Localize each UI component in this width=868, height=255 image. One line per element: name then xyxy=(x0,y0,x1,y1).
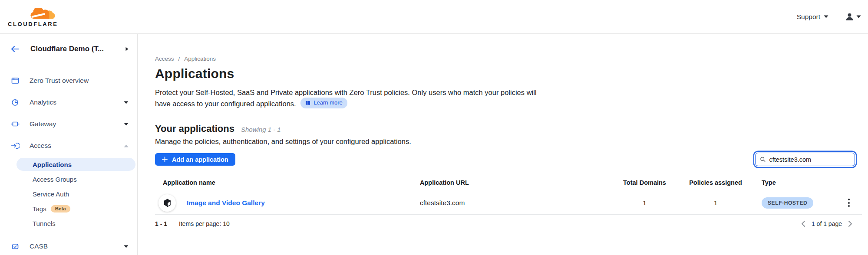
login-arrow-icon xyxy=(11,141,20,150)
showing-count: Showing 1 - 1 xyxy=(241,126,281,133)
page-description: Protect your Self-Hosted, SaaS and Priva… xyxy=(155,88,541,109)
page-title: Applications xyxy=(155,66,868,81)
applications-table: Application name Application URL Total D… xyxy=(155,175,862,215)
row-actions-kebab-icon[interactable] xyxy=(848,199,862,207)
account-name: Cloudflare Demo (T... xyxy=(30,45,104,53)
cloudflare-wordmark: CLOUDFLARE xyxy=(8,21,66,27)
pagination-bar: 1 - 1 Items per page: 10 1 of 1 page xyxy=(155,219,862,228)
pagination-right: 1 of 1 page xyxy=(801,220,862,227)
pie-chart-icon xyxy=(11,98,20,107)
table-row: Image and Video Gallery cftestsite3.com … xyxy=(155,191,862,215)
table-header-row: Application name Application URL Total D… xyxy=(155,175,862,191)
top-header: CLOUDFLARE Support xyxy=(0,0,868,34)
policies-assigned-cell: 1 xyxy=(670,199,762,207)
chevron-down-icon xyxy=(124,101,129,104)
sidebar-item-label: Zero Trust overview xyxy=(30,77,89,85)
header-actions: Support xyxy=(797,12,864,21)
breadcrumb-separator: / xyxy=(178,56,180,62)
breadcrumb: Access / Applications xyxy=(155,56,868,62)
column-total-domains: Total Domains xyxy=(620,179,670,186)
sidebar-item-access[interactable]: Access xyxy=(0,135,137,157)
book-icon xyxy=(305,101,311,106)
section-header: Your applications Showing 1 - 1 xyxy=(155,123,868,134)
chevron-right-icon xyxy=(125,47,129,51)
user-account-menu[interactable] xyxy=(845,12,861,21)
sidebar-item-access-groups[interactable]: Access Groups xyxy=(17,173,135,186)
page-status: 1 of 1 page xyxy=(812,220,842,227)
main-content: Access / Applications Applications Prote… xyxy=(138,34,868,255)
cloudflare-cloud-icon xyxy=(30,8,56,21)
pagination-left: 1 - 1 Items per page: 10 xyxy=(155,219,230,228)
sidebar-item-analytics[interactable]: Analytics xyxy=(0,92,137,113)
column-type: Type xyxy=(762,179,842,186)
pagination-divider xyxy=(173,219,173,228)
application-url-cell: cftestsite3.com xyxy=(420,199,620,207)
chevron-down-icon xyxy=(124,245,129,248)
sidebar-subitem-label: Applications xyxy=(33,161,72,168)
items-per-page-selector[interactable]: Items per page: 10 xyxy=(179,220,230,227)
type-cell: SELF-HOSTED xyxy=(762,197,842,209)
access-submenu: Applications Access Groups Service Auth … xyxy=(0,158,137,230)
support-menu[interactable]: Support xyxy=(797,13,828,21)
application-search xyxy=(755,153,855,166)
learn-more-label: Learn more xyxy=(314,99,342,107)
sidebar-subitem-label: Tunnels xyxy=(33,220,56,227)
sidebar-subitem-label: Access Groups xyxy=(33,176,77,183)
search-icon xyxy=(760,156,766,163)
sidebar-item-tags[interactable]: Tags Beta xyxy=(17,202,135,215)
beta-badge: Beta xyxy=(51,205,70,212)
application-name-cell: Image and Video Gallery xyxy=(155,194,420,212)
sidebar: Cloudflare Demo (T... Zero Trust overvie… xyxy=(0,34,138,255)
application-link[interactable]: Image and Video Gallery xyxy=(187,199,265,207)
total-domains-cell: 1 xyxy=(620,199,670,207)
section-subtitle: Manage the policies, authentication, and… xyxy=(155,137,868,146)
sidebar-item-gateway[interactable]: Gateway xyxy=(0,113,137,135)
add-application-label: Add an application xyxy=(172,156,228,163)
column-application-url: Application URL xyxy=(420,179,620,186)
sidebar-nav: Zero Trust overview Analytics xyxy=(0,64,137,255)
sidebar-item-casb[interactable]: CASB xyxy=(0,235,137,255)
column-application-name: Application name xyxy=(155,179,420,186)
sidebar-item-tunnels[interactable]: Tunnels xyxy=(17,217,135,230)
chevron-down-icon xyxy=(124,123,129,126)
column-policies-assigned: Policies assigned xyxy=(670,179,762,186)
breadcrumb-access[interactable]: Access xyxy=(155,56,174,62)
application-cube-icon xyxy=(158,194,176,212)
sidebar-item-zero-trust-overview[interactable]: Zero Trust overview xyxy=(0,70,137,92)
casb-check-icon xyxy=(11,242,20,251)
sidebar-item-label: CASB xyxy=(30,242,48,250)
sidebar-item-applications[interactable]: Applications xyxy=(17,158,135,171)
cloudflare-logo[interactable]: CLOUDFLARE xyxy=(8,7,66,27)
chevron-down-icon xyxy=(824,15,828,18)
search-input[interactable] xyxy=(769,156,850,163)
sidebar-subitem-label: Service Auth xyxy=(33,190,69,198)
support-label: Support xyxy=(797,13,820,21)
sidebar-item-label: Gateway xyxy=(30,120,56,128)
add-application-button[interactable]: Add an application xyxy=(155,153,235,166)
sidebar-item-label: Analytics xyxy=(30,98,56,106)
account-switcher[interactable]: Cloudflare Demo (T... xyxy=(0,34,137,64)
chevron-down-icon xyxy=(856,15,861,18)
zero-trust-dashboard: CLOUDFLARE Support xyxy=(0,0,868,255)
pagination-range: 1 - 1 xyxy=(155,220,167,227)
section-title: Your applications xyxy=(155,123,234,134)
sidebar-item-label: Access xyxy=(30,142,51,150)
previous-page-icon[interactable] xyxy=(801,220,805,227)
window-icon xyxy=(11,76,20,85)
gateway-icon xyxy=(11,120,20,128)
user-icon xyxy=(845,12,854,21)
back-arrow-icon[interactable] xyxy=(11,46,19,52)
sidebar-item-service-auth[interactable]: Service Auth xyxy=(17,187,135,200)
sidebar-subitem-label: Tags xyxy=(33,205,46,212)
chevron-up-icon xyxy=(124,144,129,147)
applications-toolbar: Add an application xyxy=(155,153,862,166)
breadcrumb-applications[interactable]: Applications xyxy=(184,56,216,62)
plus-icon xyxy=(162,157,168,162)
learn-more-button[interactable]: Learn more xyxy=(300,98,347,108)
self-hosted-badge: SELF-HOSTED xyxy=(762,197,813,209)
next-page-icon[interactable] xyxy=(848,220,852,227)
